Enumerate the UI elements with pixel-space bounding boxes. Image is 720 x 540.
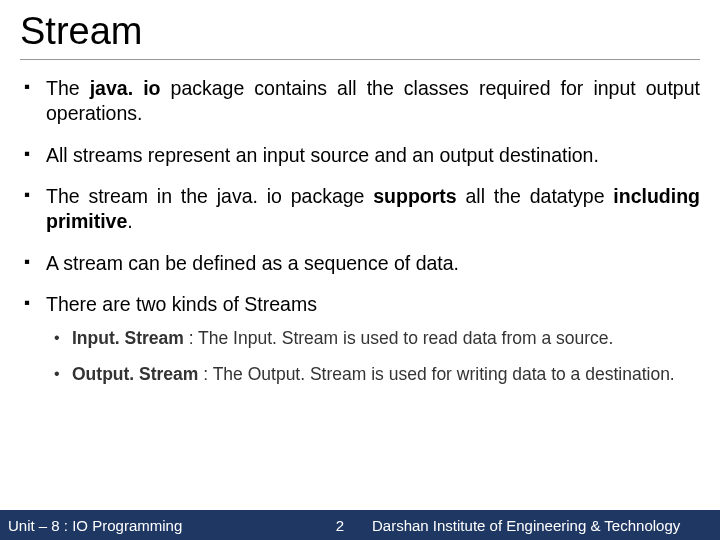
list-item: The java. io package contains all the cl…	[46, 76, 700, 127]
footer-page-number: 2	[320, 517, 360, 534]
page-title: Stream	[20, 10, 700, 60]
footer-left: Unit – 8 : IO Programming	[0, 517, 320, 534]
text-bold: Input. Stream	[72, 328, 184, 348]
text: All streams represent an input source an…	[46, 144, 599, 166]
bullet-list: The java. io package contains all the cl…	[20, 76, 700, 387]
text-bold: java. io	[90, 77, 161, 99]
list-item: There are two kinds of Streams Input. St…	[46, 292, 700, 387]
footer-right: Darshan Institute of Engineering & Techn…	[360, 517, 720, 534]
list-item: A stream can be defined as a sequence of…	[46, 251, 700, 276]
text-bold: Output. Stream	[72, 364, 198, 384]
list-item: All streams represent an input source an…	[46, 143, 700, 168]
list-item: Output. Stream : The Output. Stream is u…	[72, 363, 700, 387]
footer-bar: Unit – 8 : IO Programming 2 Darshan Inst…	[0, 510, 720, 540]
slide: Stream The java. io package contains all…	[0, 0, 720, 540]
text: The	[46, 77, 90, 99]
text: : The Input. Stream is used to read data…	[184, 328, 614, 348]
list-item: Input. Stream : The Input. Stream is use…	[72, 327, 700, 351]
text-bold: supports	[373, 185, 456, 207]
list-item: The stream in the java. io package suppo…	[46, 184, 700, 235]
text: all the datatype	[457, 185, 614, 207]
text: There are two kinds of Streams	[46, 293, 317, 315]
sub-list: Input. Stream : The Input. Stream is use…	[46, 327, 700, 386]
text: A stream can be defined as a sequence of…	[46, 252, 459, 274]
text: .	[127, 210, 132, 232]
text: : The Output. Stream is used for writing…	[198, 364, 674, 384]
text: The stream in the java. io package	[46, 185, 373, 207]
